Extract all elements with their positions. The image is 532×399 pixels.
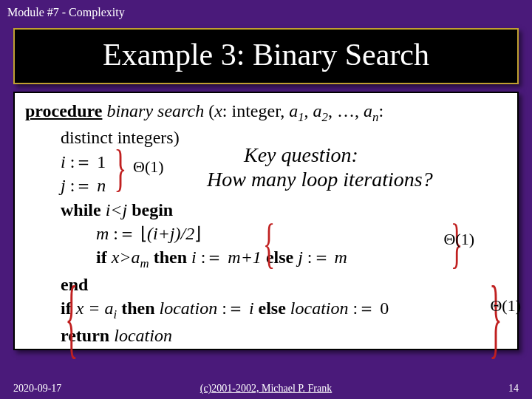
- var-j2: j: [298, 248, 303, 267]
- cond-ij: i<j: [101, 200, 132, 219]
- brace-icon: {: [65, 267, 78, 369]
- kw-begin: begin: [132, 200, 173, 219]
- sig-mid: : integer,: [222, 101, 289, 120]
- proc-line8: end: [25, 273, 507, 296]
- assign1: :＝: [66, 152, 98, 171]
- sig-close: :: [378, 101, 383, 120]
- loc3: location: [114, 326, 172, 345]
- loc2: location: [290, 299, 349, 318]
- cond-xam: x>a: [107, 248, 140, 267]
- kw-procedure: procedure: [25, 101, 102, 120]
- kw-while: while: [61, 200, 101, 219]
- proc-line1: procedure binary search (x: integer, a1,…: [25, 99, 507, 126]
- floor-open: ⌊: [140, 224, 147, 243]
- footer-copyright: (c)2001-2002, Michael P. Frank: [200, 383, 332, 395]
- theta-annot-3: Θ(1): [490, 296, 521, 316]
- footer: 2020-09-17 (c)2001-2002, Michael P. Fran…: [0, 383, 532, 395]
- module-header: Module #7 - Complexity: [0, 0, 532, 22]
- how-many: How many loop iterations?: [207, 168, 433, 191]
- var-an: a: [364, 101, 372, 120]
- proc-line10: return location: [25, 324, 507, 347]
- sub-1: 1: [298, 110, 304, 124]
- assign4: :＝: [197, 248, 228, 267]
- kw-if1: if: [96, 248, 107, 267]
- var-a1: a: [289, 101, 298, 120]
- var-i2: i: [191, 248, 197, 267]
- sep1: ,: [304, 101, 313, 120]
- var-i: i: [61, 152, 66, 171]
- kw-then1: then: [149, 248, 191, 267]
- kw-then2: then: [117, 299, 159, 318]
- var-m2: m: [335, 248, 347, 267]
- theta-annot-1: Θ(1): [133, 157, 164, 177]
- slide-title: Example 3: Binary Search: [13, 28, 519, 84]
- assign3: :＝: [109, 224, 140, 243]
- val-n: n: [97, 176, 106, 195]
- sub-2: 2: [322, 110, 328, 124]
- content: procedure binary search (x: integer, a1,…: [13, 92, 519, 350]
- sub-m: m: [140, 256, 149, 270]
- zero: 0: [380, 299, 389, 318]
- var-a2: a: [313, 101, 322, 120]
- assign2: :＝: [66, 176, 98, 195]
- assign6: :＝: [217, 299, 249, 318]
- dots: , …,: [328, 101, 364, 120]
- theta-annot-2: Θ(1): [443, 230, 474, 249]
- sig-open: (: [204, 101, 214, 120]
- mplus1: m+1: [228, 248, 262, 267]
- var-i3: i: [249, 299, 254, 318]
- val-1: 1: [97, 152, 106, 171]
- brace-icon: {: [263, 211, 275, 275]
- brace-icon: }: [114, 139, 126, 198]
- key-question: Key question:: [244, 143, 358, 167]
- footer-date: 2020-09-17: [13, 383, 61, 395]
- var-j: j: [61, 176, 66, 195]
- floor-close: ⌋: [194, 224, 201, 243]
- assign7: :＝: [349, 299, 381, 318]
- footer-page: 14: [508, 383, 519, 395]
- proc-line9: if x = ai then location :＝ i else locati…: [25, 296, 507, 323]
- var-m: m: [96, 224, 109, 243]
- proc-name: binary search: [102, 101, 204, 120]
- loc1: location: [160, 299, 218, 318]
- assign5: :＝: [303, 248, 335, 267]
- var-x: x: [214, 101, 222, 120]
- brace-icon: }: [489, 267, 502, 369]
- kw-else2: else: [254, 299, 290, 318]
- ij2: (i+j)/2: [147, 224, 194, 243]
